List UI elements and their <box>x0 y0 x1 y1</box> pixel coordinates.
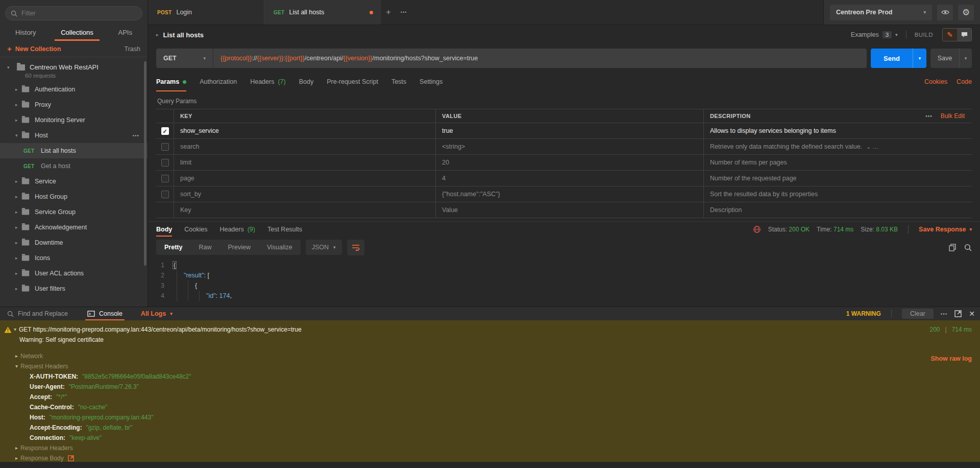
console-options-icon[interactable] <box>941 311 948 317</box>
tree-item[interactable]: User ACL actions <box>0 266 148 281</box>
description-overflow-indicator[interactable]: ⌄ … <box>866 144 878 150</box>
request-tab[interactable]: POST Login <box>148 0 264 25</box>
url-input[interactable]: {{protocol}}://{{server}}:{{port}}/centr… <box>213 49 867 68</box>
tree-item[interactable]: User filters <box>0 281 148 296</box>
send-options-button[interactable]: ▾ <box>913 49 926 68</box>
chevron-icon[interactable] <box>15 225 20 230</box>
chevron-icon[interactable] <box>15 102 20 107</box>
sidebar-tab[interactable]: APIs <box>114 24 136 41</box>
cookies-link[interactable]: Cookies <box>924 78 947 85</box>
config-tab[interactable]: Params <box>156 72 186 91</box>
chevron-icon[interactable] <box>15 271 20 276</box>
close-console-icon[interactable]: ✕ <box>969 310 975 318</box>
param-value-cell[interactable]: 20 <box>435 155 703 170</box>
request-headers-toggle[interactable]: Request Headers <box>4 361 972 371</box>
param-description-cell[interactable]: Description <box>703 202 972 218</box>
tree-item[interactable]: Icons <box>0 250 148 266</box>
param-value-cell[interactable]: <string> <box>435 139 703 154</box>
new-tab-button[interactable]: + <box>381 0 396 25</box>
config-tab[interactable]: Body <box>299 72 314 91</box>
tree-item[interactable]: Monitoring Server <box>0 112 148 128</box>
view-mode-tab[interactable]: Pretty <box>156 240 190 255</box>
table-options-icon[interactable] <box>925 113 933 119</box>
param-key-cell[interactable]: search <box>174 139 435 154</box>
chevron-icon[interactable] <box>15 209 20 215</box>
tree-item[interactable]: Host <box>0 128 148 143</box>
tree-item[interactable]: Authentication <box>0 82 148 97</box>
tree-item[interactable]: Service Group <box>0 204 148 220</box>
network-toggle[interactable]: Network <box>4 351 972 361</box>
param-value-cell[interactable]: Value <box>435 202 703 218</box>
param-description-cell[interactable]: Number of items per pages <box>703 155 972 170</box>
response-tab[interactable]: Headers (9) <box>219 222 255 237</box>
console-request-entry[interactable]: GET https://monitoring-preprod.company.l… <box>4 324 972 335</box>
row-checkbox[interactable] <box>161 175 169 182</box>
network-error-icon[interactable] <box>753 225 761 233</box>
response-tab[interactable]: Body <box>156 222 172 237</box>
copy-icon[interactable] <box>949 244 956 251</box>
view-mode-tab[interactable]: Raw <box>190 240 219 255</box>
row-checkbox[interactable] <box>161 127 169 135</box>
method-selector[interactable]: GET ▾ <box>156 49 213 68</box>
chevron-down-icon[interactable] <box>14 324 16 335</box>
chevron-icon[interactable] <box>15 133 20 138</box>
config-tab[interactable]: Authorization <box>200 72 237 91</box>
tree-item[interactable]: Host Group <box>0 189 148 204</box>
save-options-button[interactable]: ▾ <box>959 49 972 68</box>
response-body-viewer[interactable]: 1 { 2 "result": [ 3 <box>148 258 980 307</box>
param-key-cell[interactable]: sort_by <box>174 186 435 202</box>
chevron-down-icon[interactable] <box>7 65 12 70</box>
param-key-cell[interactable]: show_service <box>174 123 435 138</box>
param-description-cell[interactable]: Sort the resulted data by its properties <box>703 186 972 202</box>
response-headers-toggle[interactable]: Response Headers <box>4 443 972 453</box>
tree-item[interactable]: GET Get a host <box>0 158 148 174</box>
log-filter-dropdown[interactable]: All Logs ▾ <box>139 307 175 320</box>
find-and-replace-button[interactable]: Find and Replace <box>5 307 70 320</box>
tree-item[interactable]: GET List all hosts <box>0 143 148 158</box>
param-value-cell[interactable]: true <box>435 123 703 138</box>
response-body-toggle[interactable]: Response Body <box>4 453 972 462</box>
param-key-cell[interactable]: limit <box>174 155 435 170</box>
row-checkbox[interactable] <box>161 159 169 167</box>
send-button[interactable]: Send <box>871 49 913 68</box>
chevron-icon[interactable] <box>15 118 20 123</box>
code-link[interactable]: Code <box>957 78 972 85</box>
chevron-right-icon[interactable]: ▸ <box>156 32 159 37</box>
search-response-icon[interactable] <box>964 244 972 251</box>
param-value-cell[interactable]: {"host.name":"ASC"} <box>435 186 703 202</box>
view-mode-tab[interactable]: Visualize <box>259 240 301 255</box>
param-value-cell[interactable]: 4 <box>435 171 703 186</box>
view-mode-tab[interactable]: Preview <box>219 240 258 255</box>
sidebar-tab[interactable]: History <box>11 24 40 41</box>
filter-box[interactable] <box>5 6 142 20</box>
filter-input[interactable] <box>21 10 137 17</box>
tab-options-button[interactable] <box>396 0 411 25</box>
config-tab[interactable]: Headers (7) <box>250 72 286 91</box>
response-tab[interactable]: Cookies <box>184 222 207 237</box>
more-actions-icon[interactable] <box>132 133 139 138</box>
sidebar-scrollbar[interactable] <box>144 61 146 266</box>
open-in-new-window-icon[interactable] <box>954 310 962 317</box>
environment-quick-look-button[interactable] <box>937 5 953 20</box>
chevron-icon[interactable] <box>15 194 20 199</box>
config-tab[interactable]: Pre-request Script <box>327 72 378 91</box>
response-tab[interactable]: Test Results <box>267 222 302 237</box>
bulk-edit-button[interactable]: Bulk Edit <box>941 112 965 120</box>
chevron-icon[interactable] <box>15 87 20 92</box>
trash-button[interactable]: Trash <box>125 45 141 53</box>
chevron-icon[interactable] <box>15 286 20 291</box>
param-description-cell[interactable]: Retrieve only data matching the defined … <box>703 139 972 154</box>
chevron-icon[interactable] <box>15 179 20 184</box>
external-link-icon[interactable] <box>68 455 74 461</box>
param-description-cell[interactable]: Allows to display services belonging to … <box>703 123 972 138</box>
edit-mode-button[interactable]: ✎ <box>943 29 957 41</box>
new-collection-button[interactable]: New Collection <box>15 45 61 53</box>
config-tab[interactable]: Settings <box>420 72 443 91</box>
console-tab[interactable]: Console <box>85 307 125 320</box>
clear-console-button[interactable]: Clear <box>902 309 934 319</box>
row-checkbox[interactable] <box>161 191 169 198</box>
request-tab[interactable]: GET List all hosts <box>264 0 381 25</box>
chevron-icon[interactable] <box>15 255 20 261</box>
comment-button[interactable] <box>957 29 971 41</box>
environment-selector[interactable]: Centreon Pre Prod ▾ <box>830 5 932 20</box>
